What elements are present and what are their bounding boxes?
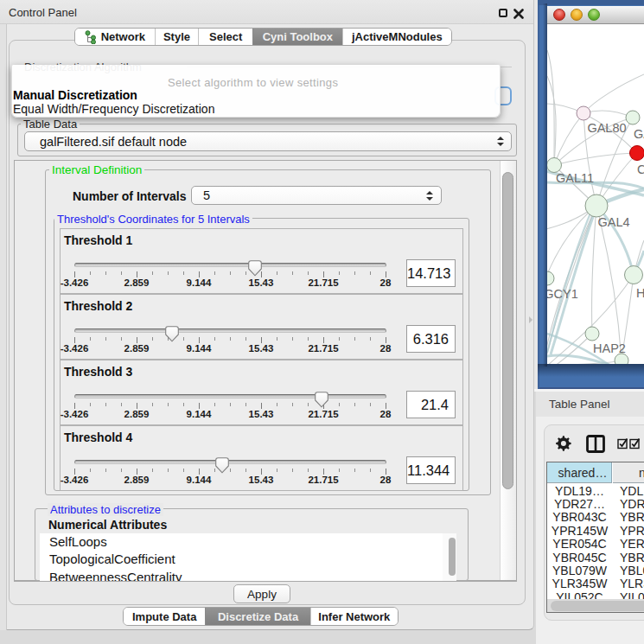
svg-text:H: H: [636, 286, 644, 300]
svg-text:GA: GA: [634, 127, 644, 141]
svg-text:HAP2: HAP2: [593, 341, 626, 355]
svg-text:GAL80: GAL80: [587, 121, 626, 135]
svg-text:GCY1: GCY1: [547, 287, 578, 301]
svg-text:GAL11: GAL11: [556, 171, 594, 185]
svg-text:C: C: [637, 163, 644, 176]
svg-text:GAL4: GAL4: [597, 215, 629, 229]
